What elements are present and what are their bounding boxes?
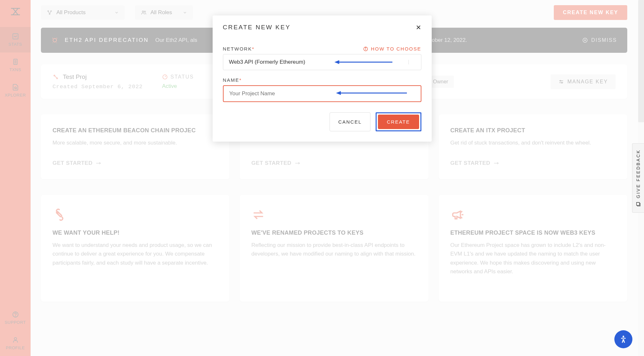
feedback-icon: [636, 201, 641, 207]
cancel-button[interactable]: CANCEL: [330, 112, 370, 131]
close-icon[interactable]: [416, 24, 421, 30]
svg-point-47: [623, 336, 624, 337]
modal-title: CREATE NEW KEY: [223, 24, 291, 31]
create-button[interactable]: CREATE: [378, 115, 419, 129]
modal-overlay: CREATE NEW KEY NETWORK* HOW TO CHOOSE We…: [0, 0, 644, 356]
svg-point-41: [366, 48, 366, 48]
network-value: Web3 API (Formerly Ethereum): [229, 59, 305, 65]
create-button-highlight: CREATE: [376, 112, 421, 131]
network-label: NETWORK*: [223, 46, 255, 52]
project-name-input[interactable]: [223, 85, 421, 102]
info-icon: [363, 46, 368, 52]
accessibility-button[interactable]: [614, 330, 632, 348]
chevron-down-icon: [409, 60, 415, 64]
svg-rect-46: [637, 202, 639, 205]
create-key-modal: CREATE NEW KEY NETWORK* HOW TO CHOOSE We…: [213, 15, 432, 142]
accessibility-icon: [619, 334, 628, 344]
name-label: NAME*: [223, 77, 242, 83]
feedback-tab[interactable]: GIVE FEEDBACK: [632, 143, 644, 213]
network-select[interactable]: Web3 API (Formerly Ethereum): [223, 54, 421, 70]
annotation-arrow-icon: [333, 59, 394, 65]
how-to-choose-link[interactable]: HOW TO CHOOSE: [363, 46, 421, 52]
svg-marker-43: [334, 60, 339, 64]
